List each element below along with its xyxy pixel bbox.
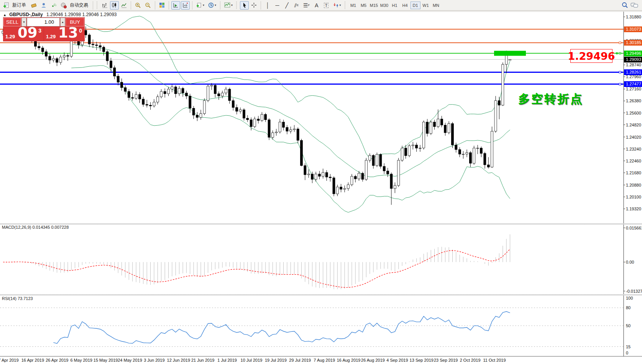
- label-tool-button[interactable]: T: [322, 1, 331, 10]
- auto-trading-button[interactable]: [59, 1, 68, 10]
- arrows-tool-button[interactable]: ▾: [332, 1, 343, 10]
- macd-signal-line[interactable]: [3, 249, 510, 287]
- styler-button[interactable]: [29, 1, 38, 10]
- toolbar-grip[interactable]: [97, 2, 99, 9]
- candle-body: [85, 30, 87, 35]
- timeframe-button-M30[interactable]: M30: [379, 2, 389, 9]
- sell-button[interactable]: SELL: [3, 18, 21, 26]
- pane-separator-rsi[interactable]: [0, 294, 642, 295]
- volume-input[interactable]: 1.00: [27, 18, 60, 26]
- new-order-label[interactable]: 新订单: [12, 2, 26, 8]
- candle-body: [257, 119, 259, 121]
- timeframe-button-H1[interactable]: H1: [390, 2, 400, 9]
- bollinger-middle[interactable]: [71, 44, 510, 177]
- price-badge-1.29496: 1.29496: [624, 51, 642, 56]
- chart-canvas[interactable]: [0, 0, 642, 364]
- volume-decrease-button[interactable]: ▼: [21, 18, 26, 26]
- auto-scroll-button[interactable]: [171, 1, 180, 10]
- candlestick-chart-button[interactable]: [110, 1, 119, 10]
- new-chart-button[interactable]: ▾: [195, 1, 206, 10]
- dropdown-arrow-icon: ▾: [203, 3, 204, 7]
- sell-price-tile[interactable]: 1.29 09 3: [3, 27, 44, 41]
- rsi-line[interactable]: [53, 312, 510, 343]
- chart-title: ▲ GBPUSD-,Daily 1.29046 1.29098 1.29046 …: [3, 12, 117, 17]
- timeframe-button-W1[interactable]: W1: [421, 2, 431, 9]
- zoom-in-button[interactable]: [133, 1, 143, 10]
- timeframe-button-M15[interactable]: M15: [369, 2, 379, 9]
- indicators-button[interactable]: ▾: [223, 1, 234, 10]
- zoom-in-icon: [135, 2, 141, 8]
- hline-handle[interactable]: [619, 71, 621, 73]
- buy-price-pip: 0: [79, 28, 82, 34]
- zoom-out-button[interactable]: [143, 1, 153, 10]
- timeframe-button-MN[interactable]: MN: [431, 2, 441, 9]
- callout-handle[interactable]: [616, 52, 618, 54]
- search-icon[interactable]: [622, 2, 628, 8]
- candle-body: [95, 45, 98, 46]
- channel-tool-button[interactable]: ⫽E: [292, 1, 301, 10]
- chart-shift-button[interactable]: [181, 1, 190, 10]
- horizontal-level-lines[interactable]: [0, 29, 624, 85]
- buy-price-tile[interactable]: 1.29 13 0: [44, 27, 84, 41]
- toolbar-separator: [192, 1, 192, 10]
- candlestick-series: [2, 25, 511, 205]
- bar-chart-button[interactable]: [100, 1, 109, 10]
- trendline-tool-button[interactable]: ╱: [282, 1, 291, 10]
- candle-body: [426, 122, 429, 133]
- timeframe-button-M1[interactable]: M1: [348, 2, 358, 9]
- candle-body: [379, 154, 382, 166]
- toolbar-grip[interactable]: [345, 2, 346, 9]
- panel-collapse-icon[interactable]: ▲: [3, 13, 7, 17]
- crosshair-tool-button[interactable]: [250, 1, 258, 10]
- price-callout-box[interactable]: 1.29496: [570, 49, 612, 63]
- date-label: 7 Aug 2019: [314, 358, 335, 362]
- date-label: 16 Apr 2019: [21, 358, 44, 362]
- chat-icon[interactable]: [631, 2, 638, 8]
- auto-trading-label[interactable]: 自动交易: [70, 2, 88, 8]
- vertical-line-tool-button[interactable]: │: [263, 1, 272, 10]
- horizontal-line-tool-button[interactable]: ─: [273, 1, 282, 10]
- community-button[interactable]: [39, 1, 48, 10]
- line-chart-button[interactable]: [120, 1, 128, 10]
- candle-body: [110, 61, 112, 68]
- bollinger-lower[interactable]: [71, 66, 510, 212]
- ohlc-readout: 1.29046 1.29098 1.29046 1.29093: [46, 12, 117, 17]
- candle-body: [236, 108, 238, 111]
- text-tool-button[interactable]: A: [312, 1, 321, 10]
- bollinger-upper[interactable]: [71, 16, 510, 159]
- timeframe-button-M5[interactable]: M5: [359, 2, 369, 9]
- buy-button[interactable]: BUY: [66, 18, 84, 26]
- profiles-button[interactable]: ▾: [207, 1, 218, 10]
- crosshair-icon: [251, 2, 257, 8]
- rsi-axis-100: 100: [626, 296, 633, 300]
- toolbar-grip[interactable]: [236, 2, 238, 9]
- cursor-tool-button[interactable]: [240, 1, 249, 10]
- candle-body: [279, 122, 281, 132]
- candle-body: [466, 152, 468, 154]
- hline-handle[interactable]: [619, 42, 621, 44]
- date-label: 3 Jun 2019: [144, 358, 164, 362]
- tile-windows-button[interactable]: [158, 1, 166, 10]
- dropdown-arrow-icon: ▾: [340, 3, 341, 7]
- candle-body: [408, 146, 410, 156]
- candle-body: [358, 173, 360, 179]
- candle-body: [239, 110, 241, 111]
- highlight-zone-rect[interactable]: [494, 51, 526, 56]
- bar-chart-icon: [102, 2, 108, 8]
- date-label: 10 Jul 2019: [241, 358, 263, 362]
- volume-increase-button[interactable]: ▲: [60, 18, 65, 26]
- candle-body: [394, 185, 396, 189]
- sell-price-big: 09: [18, 27, 38, 41]
- candle-body: [322, 172, 324, 176]
- hline-handle[interactable]: [619, 83, 621, 85]
- pivot-annotation[interactable]: 多空转折点: [518, 91, 583, 107]
- fibonacci-tool-button[interactable]: ☰F: [302, 1, 311, 10]
- tile-windows-icon: [159, 2, 165, 8]
- date-label: 1 Jul 2019: [217, 358, 237, 362]
- timeframe-button-D1[interactable]: D1: [410, 2, 420, 9]
- pane-separator-macd[interactable]: [0, 223, 642, 225]
- new-order-button[interactable]: [2, 1, 11, 10]
- candle-body: [149, 105, 152, 106]
- signals-button[interactable]: [49, 1, 58, 10]
- timeframe-button-H4[interactable]: H4: [400, 2, 410, 9]
